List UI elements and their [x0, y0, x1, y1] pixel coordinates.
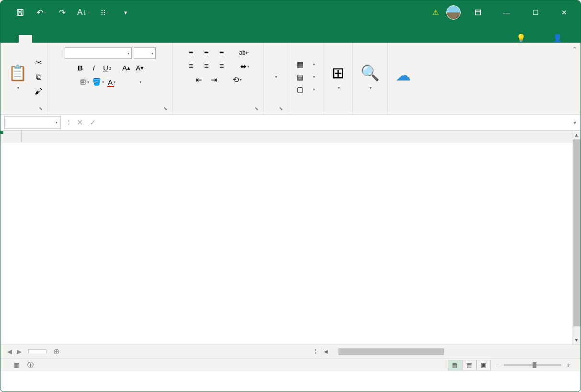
- qat-customize-icon[interactable]: ▼: [119, 6, 132, 19]
- tab-review[interactable]: [86, 35, 99, 43]
- paste-button[interactable]: 📋 ▾: [4, 62, 31, 92]
- align-center-icon[interactable]: ≡: [200, 61, 213, 71]
- edit-button[interactable]: 🔍 ▾: [357, 62, 383, 92]
- font-size-select[interactable]: ▾: [134, 47, 156, 59]
- dialog-launcher-icon[interactable]: ⬊: [279, 106, 283, 111]
- tab-view[interactable]: [99, 35, 113, 43]
- tab-insert[interactable]: [32, 35, 46, 43]
- user-account[interactable]: ⚠: [432, 5, 461, 20]
- save-icon[interactable]: [14, 6, 26, 19]
- border-button[interactable]: ⊞▾: [79, 76, 90, 88]
- number-format-button[interactable]: ▾: [267, 71, 284, 83]
- align-top-icon[interactable]: ≡: [185, 47, 198, 58]
- align-bottom-icon[interactable]: ≡: [216, 47, 228, 58]
- align-left-icon[interactable]: ≡: [185, 61, 198, 71]
- scroll-left-icon[interactable]: ◀: [322, 349, 330, 354]
- align-right-icon[interactable]: ≡: [216, 61, 228, 71]
- increase-font-icon[interactable]: A▴: [121, 62, 132, 73]
- group-styles: ▦▾ ▤▾ ▢▾: [288, 43, 324, 114]
- macro-icon[interactable]: ▦: [14, 361, 20, 369]
- scroll-up-icon[interactable]: ▲: [572, 131, 581, 139]
- copy-icon[interactable]: ⧉: [33, 72, 44, 82]
- cond-format-icon: ▦: [297, 60, 306, 69]
- cut-icon[interactable]: ✂: [33, 58, 44, 68]
- tab-help[interactable]: [113, 35, 126, 43]
- enter-icon[interactable]: ✓: [90, 118, 96, 127]
- group-number: ▾ ⬊: [264, 43, 288, 114]
- tab-baidu[interactable]: [166, 35, 180, 43]
- group-clipboard: 📋 ▾ ✂ ⧉ 🖌 ⬊: [0, 43, 48, 114]
- zoom-out-icon[interactable]: −: [496, 361, 500, 369]
- ribbon-mode-icon[interactable]: [466, 3, 489, 22]
- collapse-ribbon-icon[interactable]: ⌃: [569, 43, 581, 114]
- phonetic-button[interactable]: [125, 76, 137, 88]
- tab-powerpivot[interactable]: [153, 35, 166, 43]
- tab-home[interactable]: [19, 35, 32, 43]
- scroll-down-icon[interactable]: ▼: [572, 336, 581, 345]
- decrease-font-icon[interactable]: A▾: [134, 62, 146, 73]
- page-layout-view-icon[interactable]: ▤: [462, 360, 476, 370]
- scroll-thumb[interactable]: [338, 348, 444, 355]
- underline-button[interactable]: U▾: [102, 62, 113, 73]
- dots-icon[interactable]: ⁞: [68, 118, 70, 127]
- add-sheet-icon[interactable]: ⊕: [46, 347, 66, 356]
- dialog-launcher-icon[interactable]: ⬊: [255, 106, 258, 111]
- zoom-in-icon[interactable]: +: [566, 361, 570, 369]
- expand-formula-icon[interactable]: ▾: [569, 119, 581, 126]
- tab-formula[interactable]: [59, 35, 72, 43]
- tab-file[interactable]: [5, 35, 19, 43]
- formula-input[interactable]: [107, 116, 569, 129]
- sheet-nav-next-icon[interactable]: ▶: [17, 348, 22, 355]
- select-all-corner[interactable]: [0, 131, 22, 142]
- cells-button[interactable]: ⊞ ▾: [328, 62, 349, 92]
- wrap-text-icon[interactable]: ab↵: [239, 47, 251, 58]
- format-painter-icon[interactable]: 🖌: [33, 86, 44, 97]
- horizontal-scrollbar[interactable]: ◀: [322, 347, 581, 356]
- close-button[interactable]: ✕: [553, 3, 576, 22]
- tab-split-icon[interactable]: ⁞: [314, 347, 322, 356]
- group-save: ☁: [388, 43, 418, 114]
- font-color-button[interactable]: A▾: [106, 76, 117, 88]
- title-bar: ↶▾ ↷ A↓▾ ⁝⁝▾ ▼ ⚠ — ☐ ✕: [0, 0, 581, 24]
- name-box[interactable]: ▾: [4, 116, 61, 129]
- redo-icon[interactable]: ↷: [56, 6, 69, 19]
- cell-style-icon: ▢: [297, 85, 306, 94]
- scroll-thumb[interactable]: [573, 139, 581, 326]
- tab-fangfang[interactable]: [126, 35, 139, 43]
- save-baidu-button[interactable]: ☁: [392, 64, 415, 90]
- tab-diy[interactable]: [139, 35, 153, 43]
- maximize-button[interactable]: ☐: [524, 3, 547, 22]
- cancel-icon[interactable]: ✕: [77, 118, 83, 127]
- cell-styles-button[interactable]: ▢▾: [294, 84, 318, 95]
- italic-button[interactable]: I: [88, 62, 100, 73]
- format-as-table-button[interactable]: ▤▾: [294, 71, 318, 83]
- page-break-view-icon[interactable]: ▣: [476, 360, 491, 370]
- merge-cells-icon[interactable]: ⬌▾: [239, 61, 251, 71]
- svg-rect-2: [19, 13, 22, 15]
- sheet-nav-prev-icon[interactable]: ◀: [7, 348, 12, 355]
- bold-button[interactable]: B: [75, 62, 86, 73]
- undo-icon[interactable]: ↶▾: [35, 6, 47, 19]
- decrease-indent-icon[interactable]: ⇤: [193, 74, 205, 85]
- sheet-tab[interactable]: [28, 349, 46, 354]
- touch-icon[interactable]: ⁝⁝▾: [98, 6, 111, 19]
- align-middle-icon[interactable]: ≡: [200, 47, 213, 58]
- dialog-launcher-icon[interactable]: ⬊: [163, 106, 167, 111]
- avatar[interactable]: [446, 5, 461, 20]
- orientation-icon[interactable]: ⟲▾: [231, 74, 244, 85]
- sort-icon[interactable]: A↓▾: [77, 6, 90, 19]
- tab-data[interactable]: [72, 35, 86, 43]
- dialog-launcher-icon[interactable]: ⬊: [39, 106, 43, 111]
- zoom-slider[interactable]: [504, 364, 561, 366]
- font-name-select[interactable]: ▾: [65, 47, 132, 59]
- conditional-format-button[interactable]: ▦▾: [294, 59, 318, 70]
- search-icon: 🔍: [360, 64, 380, 82]
- increase-indent-icon[interactable]: ⇥: [208, 74, 221, 85]
- minimize-button[interactable]: —: [495, 3, 518, 22]
- vertical-scrollbar[interactable]: ▲ ▼: [572, 131, 581, 345]
- fill-color-button[interactable]: 🪣▾: [92, 76, 104, 88]
- normal-view-icon[interactable]: ▦: [448, 360, 462, 370]
- status-bar: ▦ ⓘ ▦ ▤ ▣ − +: [0, 358, 581, 371]
- clipboard-icon: 📋: [8, 64, 27, 82]
- tab-layout[interactable]: [46, 35, 59, 43]
